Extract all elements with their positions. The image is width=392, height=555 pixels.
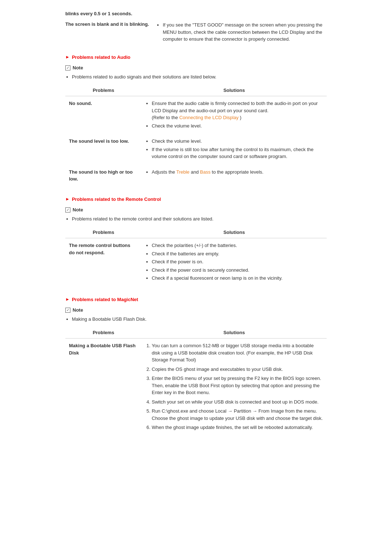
no-sound-problem: No sound. xyxy=(65,96,142,134)
audio-section-header: ► Problems related to Audio xyxy=(65,54,327,60)
magicnet-arrow-icon: ► xyxy=(65,297,70,302)
usb-sol-4: Switch your set on while your USB disk i… xyxy=(152,398,323,406)
remote-arrow-icon: ► xyxy=(65,197,70,202)
magicnet-note-text: Making a Bootable USB Flash Disk. xyxy=(72,316,327,323)
remote-note-text: Problems related to the remote control a… xyxy=(72,215,327,223)
table-row: No sound. Ensure that the audio cable is… xyxy=(65,96,327,134)
table-row: The sound level is too low. Check the vo… xyxy=(65,134,327,165)
screen-blank-solution: If you see the "TEST GOOD" message on th… xyxy=(163,21,327,43)
remote-note-checkbox-icon: ✓ xyxy=(65,207,70,212)
remote-no-respond-solutions: Check the polarities (+/-) of the batter… xyxy=(142,238,327,287)
remote-sol-5: Check if a special fluorescent or neon l… xyxy=(152,275,323,282)
usb-flash-solutions: You can turn a common 512-MB or bigger U… xyxy=(142,339,327,437)
remote-section-header: ► Problems related to the Remote Control xyxy=(65,197,327,202)
bass-link[interactable]: Bass xyxy=(200,169,211,175)
remote-problems-table: Problems Solutions The remote control bu… xyxy=(65,227,327,287)
remote-sol-3: Check if the power is on. xyxy=(152,258,323,266)
audio-problems-table: Problems Solutions No sound. Ensure that… xyxy=(65,85,327,186)
usb-sol-3: Enter the BIOS menu of your set by press… xyxy=(152,375,323,396)
remote-note-list: Problems related to the remote control a… xyxy=(65,215,327,223)
magicnet-section-title: Problems related to MagicNet xyxy=(72,297,138,302)
magicnet-note-label: Note xyxy=(73,307,83,313)
magicnet-note-checkbox-icon: ✓ xyxy=(65,308,70,313)
sound-low-sol-2: If the volume is still too low after tur… xyxy=(152,146,323,160)
magicnet-problems-table: Problems Solutions Making a Bootable USB… xyxy=(65,328,327,437)
remote-problems-header: Problems xyxy=(65,227,142,238)
remote-sol-4: Check if the power cord is securely conn… xyxy=(152,267,323,274)
audio-arrow-icon: ► xyxy=(65,54,70,60)
usb-sol-5: Run C:\ghost.exe and choose Local → Part… xyxy=(152,408,323,422)
usb-sol-6: When the ghost image update finishes, th… xyxy=(152,424,323,431)
magicnet-solutions-header: Solutions xyxy=(142,328,327,339)
table-row: The sound is too high or too low. Adjust… xyxy=(65,165,327,186)
usb-sol-1: You can turn a common 512-MB or bigger U… xyxy=(152,342,323,364)
remote-no-respond-problem: The remote control buttons do not respon… xyxy=(65,238,142,287)
table-row: The remote control buttons do not respon… xyxy=(65,238,327,287)
audio-solutions-header: Solutions xyxy=(142,85,327,96)
blinks-label: blinks every 0.5 or 1 seconds. xyxy=(65,11,327,16)
connecting-lcd-link[interactable]: Connecting the LCD Display xyxy=(179,115,238,120)
no-sound-sol-1: Ensure that the audio cable is firmly co… xyxy=(152,100,323,121)
audio-note-label: Note xyxy=(73,65,83,70)
remote-sol-2: Check if the batteries are empty. xyxy=(152,250,323,258)
remote-solutions-header: Solutions xyxy=(142,227,327,238)
magicnet-problems-header: Problems xyxy=(65,328,142,339)
sound-low-problem: The sound level is too low. xyxy=(65,134,142,165)
screen-blank-label: The screen is blank and it is blinking. xyxy=(65,21,156,44)
no-sound-solutions: Ensure that the audio cable is firmly co… xyxy=(142,96,327,134)
remote-section-title: Problems related to the Remote Control xyxy=(72,197,161,202)
audio-note-box: ✓ Note xyxy=(65,65,327,70)
table-row: Making a Bootable USB Flash Disk You can… xyxy=(65,339,327,437)
audio-note-checkbox-icon: ✓ xyxy=(65,65,70,70)
audio-note-list: Problems related to audio signals and th… xyxy=(65,73,327,81)
treble-link[interactable]: Treble xyxy=(176,169,189,175)
remote-section: ► Problems related to the Remote Control… xyxy=(65,197,327,287)
sound-high-low-sol-1: Adjusts the Treble and Bass to the appro… xyxy=(152,169,323,176)
magicnet-note-box: ✓ Note xyxy=(65,307,327,313)
remote-note-label: Note xyxy=(73,207,83,212)
sound-low-sol-1: Check the volume level. xyxy=(152,138,323,145)
no-sound-sol-2: Check the volume level. xyxy=(152,122,323,130)
magicnet-section-header: ► Problems related to MagicNet xyxy=(65,297,327,302)
sound-high-low-problem: The sound is too high or too low. xyxy=(65,165,142,186)
screen-blank-solution-area: If you see the "TEST GOOD" message on th… xyxy=(156,21,327,44)
sound-high-low-solutions: Adjusts the Treble and Bass to the appro… xyxy=(142,165,327,186)
audio-problems-header: Problems xyxy=(65,85,142,96)
magicnet-section: ► Problems related to MagicNet ✓ Note Ma… xyxy=(65,297,327,437)
audio-section: ► Problems related to Audio ✓ Note Probl… xyxy=(65,54,327,186)
magicnet-note-list: Making a Bootable USB Flash Disk. xyxy=(65,316,327,323)
sound-low-solutions: Check the volume level. If the volume is… xyxy=(142,134,327,165)
audio-note-text: Problems related to audio signals and th… xyxy=(72,73,327,81)
audio-section-title: Problems related to Audio xyxy=(72,54,130,60)
usb-flash-problem: Making a Bootable USB Flash Disk xyxy=(65,339,142,437)
remote-note-box: ✓ Note xyxy=(65,207,327,212)
usb-sol-2: Copies the OS ghost image and executable… xyxy=(152,366,323,373)
remote-sol-1: Check the polarities (+/-) of the batter… xyxy=(152,242,323,249)
